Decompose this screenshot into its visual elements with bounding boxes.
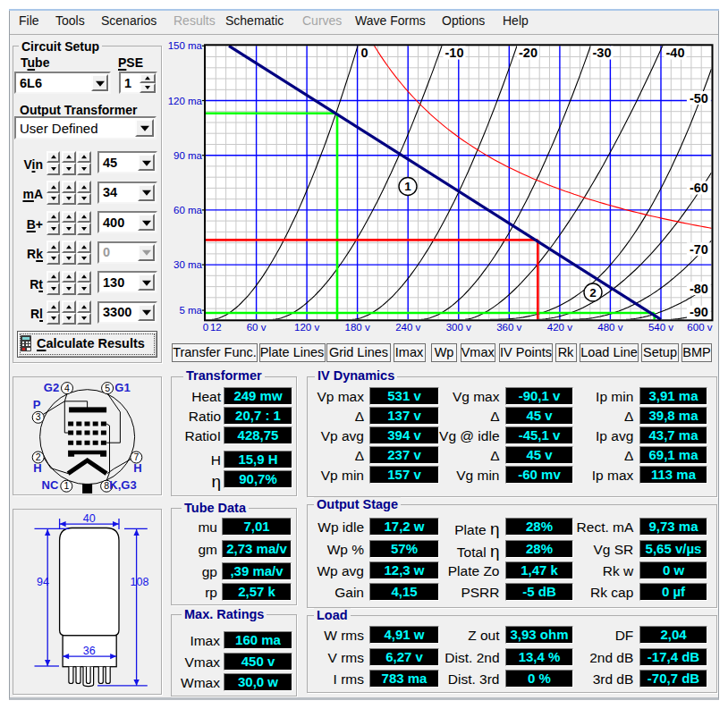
- svg-text:-80: -80: [690, 282, 708, 296]
- svg-text:P: P: [33, 398, 41, 411]
- svg-text:0: 0: [360, 46, 368, 60]
- svg-text:30 ma: 30 ma: [174, 259, 203, 270]
- svg-text:-70: -70: [690, 242, 708, 257]
- svg-text:12: 12: [210, 322, 222, 333]
- svg-text:H: H: [33, 460, 41, 474]
- svg-text:-90: -90: [690, 305, 708, 319]
- svg-text:36: 36: [83, 644, 96, 656]
- svg-text:60 ma: 60 ma: [174, 205, 203, 215]
- svg-text:360 v: 360 v: [496, 322, 521, 333]
- svg-text:-30: -30: [593, 46, 612, 60]
- svg-text:120 v: 120 v: [294, 322, 319, 333]
- svg-text:90 ma: 90 ma: [174, 150, 203, 161]
- svg-text:300 v: 300 v: [446, 322, 471, 333]
- svg-text:94: 94: [37, 576, 49, 588]
- svg-text:180 v: 180 v: [345, 322, 370, 333]
- svg-text:60 v: 60 v: [247, 322, 267, 333]
- svg-text:8: 8: [104, 480, 109, 491]
- svg-text:-40: -40: [666, 46, 685, 60]
- svg-text:240 v: 240 v: [395, 322, 420, 333]
- svg-text:G2: G2: [44, 381, 59, 394]
- svg-text:150 ma: 150 ma: [168, 40, 203, 51]
- svg-text:0: 0: [203, 322, 208, 333]
- svg-text:1: 1: [63, 480, 69, 491]
- svg-text:540 v: 540 v: [648, 322, 673, 333]
- svg-text:3: 3: [36, 411, 41, 422]
- svg-text:-50: -50: [690, 91, 708, 106]
- svg-text:-60: -60: [690, 181, 708, 195]
- svg-text:420 v: 420 v: [547, 322, 572, 333]
- svg-text:5 ma: 5 ma: [179, 305, 202, 316]
- svg-text:-20: -20: [519, 46, 538, 60]
- svg-text:480 v: 480 v: [597, 322, 622, 333]
- svg-text:1: 1: [404, 180, 411, 193]
- svg-text:2: 2: [589, 286, 597, 300]
- svg-text:-10: -10: [445, 46, 464, 60]
- svg-text:40: 40: [83, 511, 96, 524]
- svg-text:120 ma: 120 ma: [168, 96, 203, 106]
- svg-text:600 v: 600 v: [687, 322, 712, 333]
- svg-text:5: 5: [105, 382, 110, 392]
- svg-text:NC: NC: [42, 477, 59, 491]
- svg-text:4: 4: [64, 382, 70, 392]
